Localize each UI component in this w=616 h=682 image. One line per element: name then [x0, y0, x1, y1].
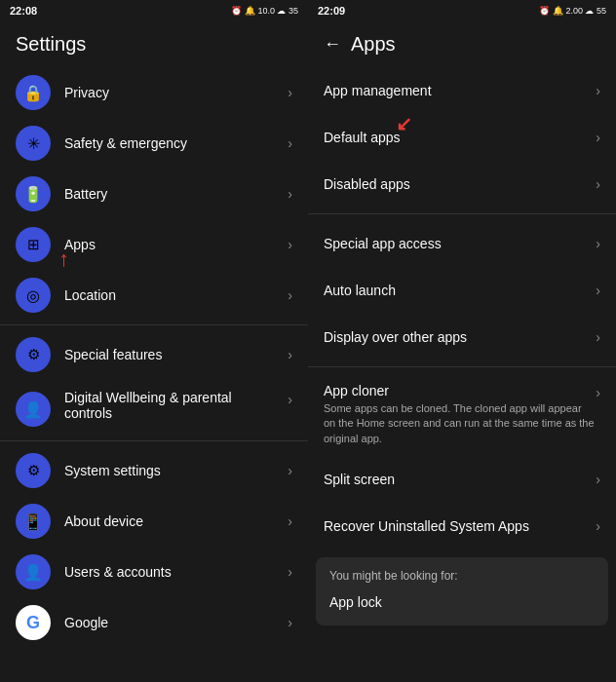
apps-text: Apps: [64, 237, 274, 252]
left-panel: 22:08 ⏰ 🔔 10.0 ☁ 35 Settings 🔒 Privacy ›…: [0, 0, 308, 682]
suggestion-box: You might be looking for: App lock: [316, 557, 608, 625]
auto-launch-text: Auto launch: [324, 283, 596, 298]
special-icon: ⚙: [16, 337, 51, 372]
display-over-item[interactable]: Display over other apps ›: [308, 314, 616, 360]
left-time: 22:08: [10, 5, 37, 17]
location-text: Location: [64, 287, 274, 303]
privacy-chevron: ›: [288, 85, 292, 100]
right-time: 22:09: [318, 5, 345, 17]
auto-launch-label: Auto launch: [324, 283, 596, 298]
users-label: Users & accounts: [64, 564, 274, 580]
split-screen-chevron: ›: [596, 472, 600, 487]
recover-chevron: ›: [596, 518, 600, 534]
google-chevron: ›: [288, 615, 292, 630]
right-title: Apps: [351, 33, 396, 56]
settings-item-apps[interactable]: ⊞ Apps › ↑: [0, 219, 308, 270]
suggestion-item-applock[interactable]: App lock: [329, 590, 595, 614]
right-divider-2: [308, 366, 616, 367]
right-panel: 22:09 ⏰ 🔔 2.00 ☁ 55 ← Apps App managemen…: [308, 0, 616, 682]
disabled-apps-item[interactable]: Disabled apps ›: [308, 161, 616, 208]
left-header: Settings: [0, 21, 308, 63]
settings-item-privacy[interactable]: 🔒 Privacy ›: [0, 67, 308, 118]
google-label: Google: [64, 615, 274, 630]
split-screen-label: Split screen: [324, 472, 596, 487]
privacy-text: Privacy: [64, 85, 274, 100]
default-apps-item[interactable]: Default apps › ↙: [308, 114, 616, 161]
about-chevron: ›: [288, 513, 292, 529]
google-icon: G: [16, 605, 51, 640]
settings-item-about[interactable]: 📱 About device ›: [0, 496, 308, 547]
location-chevron: ›: [288, 287, 292, 303]
app-cloner-sub: Some apps can be cloned. The cloned app …: [324, 401, 596, 446]
battery-icon: 🔋: [16, 176, 51, 211]
divider-2: [0, 440, 308, 441]
left-status-icons: ⏰ 🔔 10.0 ☁ 35: [231, 6, 298, 16]
app-management-item[interactable]: App management ›: [308, 67, 616, 114]
users-chevron: ›: [288, 564, 292, 580]
special-chevron: ›: [288, 347, 292, 362]
special-access-label: Special app access: [324, 236, 596, 251]
battery-label: Battery: [64, 186, 274, 202]
safety-label: Safety & emergency: [64, 135, 274, 151]
system-icon: ⚙: [16, 453, 51, 488]
battery-text: Battery: [64, 186, 274, 202]
disabled-apps-chevron: ›: [596, 176, 600, 192]
safety-chevron: ›: [288, 135, 292, 151]
settings-item-users[interactable]: 👤 Users & accounts ›: [0, 547, 308, 597]
settings-item-wellbeing[interactable]: 👤 Digital Wellbeing & parental controls …: [0, 380, 308, 436]
special-label: Special features: [64, 347, 274, 362]
recover-label: Recover Uninstalled System Apps: [324, 518, 596, 534]
app-management-chevron: ›: [596, 83, 600, 98]
right-settings-list: App management › Default apps › ↙ Disabl…: [308, 63, 616, 682]
special-text: Special features: [64, 347, 274, 362]
app-cloner-label: App cloner: [324, 383, 596, 398]
settings-item-special[interactable]: ⚙ Special features ›: [0, 329, 308, 380]
recover-text: Recover Uninstalled System Apps: [324, 518, 596, 534]
system-text: System settings: [64, 463, 274, 478]
app-management-text: App management: [324, 83, 596, 98]
right-divider-1: [308, 213, 616, 214]
default-apps-chevron: ›: [596, 130, 600, 145]
right-header: ← Apps: [308, 21, 616, 63]
settings-item-system[interactable]: ⚙ System settings ›: [0, 445, 308, 496]
users-icon: 👤: [16, 554, 51, 589]
apps-label: Apps: [64, 237, 274, 252]
recover-item[interactable]: Recover Uninstalled System Apps ›: [308, 503, 616, 549]
display-over-label: Display over other apps: [324, 329, 596, 345]
disabled-apps-label: Disabled apps: [324, 176, 596, 192]
default-apps-text: Default apps: [324, 130, 596, 145]
special-access-item[interactable]: Special app access ›: [308, 220, 616, 267]
safety-text: Safety & emergency: [64, 135, 274, 151]
location-label: Location: [64, 287, 274, 303]
settings-item-safety[interactable]: ✳ Safety & emergency ›: [0, 118, 308, 169]
auto-launch-chevron: ›: [596, 283, 600, 298]
display-over-chevron: ›: [596, 329, 600, 345]
auto-launch-item[interactable]: Auto launch ›: [308, 267, 616, 314]
app-cloner-text: App cloner Some apps can be cloned. The …: [324, 383, 596, 446]
safety-icon: ✳: [16, 126, 51, 161]
about-label: About device: [64, 513, 274, 529]
default-apps-label: Default apps: [324, 130, 596, 145]
settings-item-location[interactable]: ◎ Location ›: [0, 270, 308, 321]
privacy-icon: 🔒: [16, 75, 51, 110]
settings-item-battery[interactable]: 🔋 Battery ›: [0, 169, 308, 219]
apps-chevron: ›: [288, 237, 292, 252]
left-title: Settings: [16, 33, 86, 56]
app-management-label: App management: [324, 83, 596, 98]
left-settings-list: 🔒 Privacy › ✳ Safety & emergency › 🔋 Bat…: [0, 63, 308, 682]
battery-chevron: ›: [288, 186, 292, 202]
privacy-label: Privacy: [64, 85, 274, 100]
divider-1: [0, 324, 308, 325]
display-over-text: Display over other apps: [324, 329, 596, 345]
special-access-chevron: ›: [596, 236, 600, 251]
split-screen-item[interactable]: Split screen ›: [308, 456, 616, 503]
app-cloner-item[interactable]: App cloner Some apps can be cloned. The …: [308, 373, 616, 456]
system-chevron: ›: [288, 463, 292, 478]
users-text: Users & accounts: [64, 564, 274, 580]
wellbeing-chevron: ›: [288, 392, 292, 407]
back-button[interactable]: ←: [324, 34, 341, 55]
wellbeing-label: Digital Wellbeing & parental controls: [64, 390, 274, 421]
app-cloner-chevron: ›: [596, 385, 600, 400]
wellbeing-icon: 👤: [16, 392, 51, 427]
settings-item-google[interactable]: G Google ›: [0, 597, 308, 648]
